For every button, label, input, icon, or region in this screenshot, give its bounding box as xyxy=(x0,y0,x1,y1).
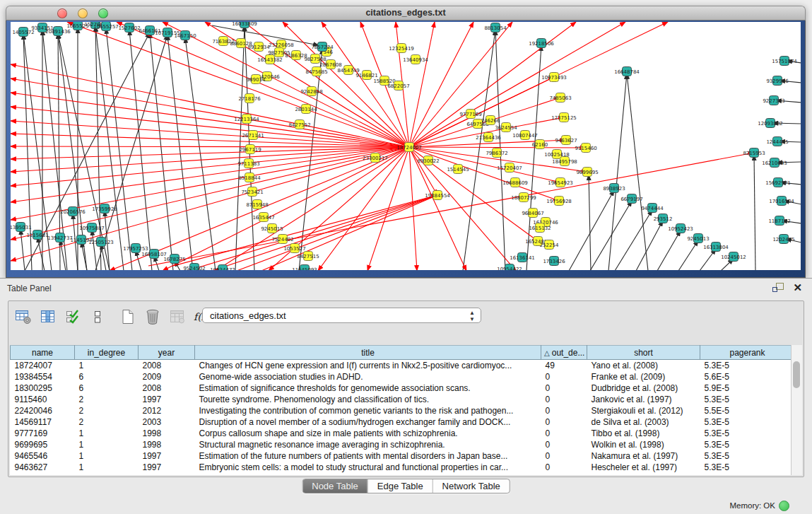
graph-node[interactable]: 16313804 xyxy=(703,243,729,252)
graph-node[interactable]: 9245015 xyxy=(261,224,283,233)
graph-node[interactable]: 10807447 xyxy=(512,131,538,140)
graph-node[interactable]: 9474444 xyxy=(641,204,664,213)
column-header-in_degree[interactable]: in_degree xyxy=(75,346,139,360)
table-row[interactable]: 946554611997Estimation of the future num… xyxy=(11,450,794,462)
column-header-pagerank[interactable]: pagerank xyxy=(700,346,794,360)
graph-node[interactable]: 16210643 xyxy=(762,158,787,168)
graph-node[interactable]: 9329966 xyxy=(766,76,789,86)
graph-node[interactable]: 11645093 xyxy=(292,265,317,271)
graph-node[interactable]: 12375125 xyxy=(551,113,577,122)
graph-node[interactable]: 16136141 xyxy=(510,253,535,262)
svg-text:6679197: 6679197 xyxy=(620,197,642,202)
graph-node[interactable]: 9711383 xyxy=(237,159,259,168)
graph-node[interactable]: 9115460 xyxy=(575,144,596,153)
graph-node[interactable]: 9684067 xyxy=(522,209,543,218)
graph-node[interactable]: 1187122 xyxy=(768,216,790,226)
graph-node[interactable]: 15692971 xyxy=(765,178,791,187)
graph-node[interactable]: 1395031 xyxy=(11,223,32,232)
table-row[interactable]: 2242004622012Investigating the contribut… xyxy=(11,405,794,416)
graph-node[interactable]: 10688609 xyxy=(502,178,528,187)
graph-node[interactable]: 16648784 xyxy=(614,67,640,76)
graph-node[interactable]: 8518844 xyxy=(238,173,261,182)
graph-node[interactable]: 17016504 xyxy=(769,197,794,206)
graph-node[interactable]: 13640934 xyxy=(403,55,428,64)
graph-node[interactable]: 15751074 xyxy=(772,57,797,66)
graph-node[interactable]: 9227343 xyxy=(763,96,784,105)
tab-network-table[interactable]: Network Table xyxy=(433,479,510,493)
graph-edge xyxy=(569,190,614,270)
column-checks-button[interactable] xyxy=(64,308,82,326)
graph-node[interactable]: 293512 xyxy=(654,214,673,223)
table-vertical-scrollbar[interactable] xyxy=(791,345,802,475)
graph-edge xyxy=(92,230,97,270)
graph-node[interactable]: 10245012 xyxy=(721,252,746,262)
graph-node[interactable]: 8813054 xyxy=(484,23,507,33)
svg-text:9777169: 9777169 xyxy=(459,112,481,117)
select-columns-button[interactable] xyxy=(39,308,57,326)
table-settings-button[interactable] xyxy=(14,308,33,326)
table-row[interactable]: 1938455462009Genome-wide association stu… xyxy=(11,371,794,382)
graph-node[interactable]: 1053527 xyxy=(283,244,305,253)
graph-node[interactable]: 9245013 xyxy=(687,234,709,243)
graph-node[interactable]: 8427552 xyxy=(288,120,310,129)
graph-node[interactable]: 9777169 xyxy=(459,110,481,119)
graph-node[interactable]: 1202455 xyxy=(772,235,794,244)
graph-node[interactable]: 12093832 xyxy=(758,119,783,128)
graph-node[interactable]: 16033809 xyxy=(232,22,257,28)
graph-node[interactable]: 1635447 xyxy=(252,213,274,222)
table-row[interactable]: 969969511998Structural magnetic resonanc… xyxy=(11,439,794,450)
close-panel-icon[interactable]: ✕ xyxy=(793,281,802,294)
row-toggle-button[interactable] xyxy=(88,308,107,326)
table-row[interactable]: 1872400712008Changes of HCN gene express… xyxy=(11,360,794,372)
network-selector-dropdown[interactable]: citations_edges.txt ▲▼ xyxy=(202,308,481,323)
graph-node[interactable]: 10655257 xyxy=(93,22,119,31)
graph-node[interactable]: 9524502 xyxy=(183,264,205,271)
column-header-name[interactable]: name xyxy=(11,346,75,360)
column-header-out_de[interactable]: △out_de... xyxy=(541,346,587,360)
graph-node[interactable]: 8715948 xyxy=(246,200,268,209)
graph-node[interactable]: 8215953 xyxy=(743,148,765,158)
table-row[interactable]: 1456911722003Disruption of a novel membe… xyxy=(11,416,794,428)
graph-node[interactable]: 1514545 xyxy=(447,165,469,174)
column-header-title[interactable]: title xyxy=(195,346,541,360)
new-table-button[interactable] xyxy=(119,308,137,326)
graph-node[interactable]: 20206576 xyxy=(60,207,86,216)
svg-text:3624554: 3624554 xyxy=(495,125,517,131)
column-header-year[interactable]: year xyxy=(139,346,195,360)
table-row[interactable]: 911546021997Tourette syndrome. Phenomeno… xyxy=(11,394,794,405)
graph-node[interactable]: 8938923 xyxy=(603,184,625,193)
graph-node[interactable]: 13942737 xyxy=(47,233,73,243)
graph-node[interactable]: 7523421 xyxy=(241,187,263,197)
graph-node[interactable]: 12325419 xyxy=(389,44,414,53)
window-titlebar[interactable]: citations_edges.txt xyxy=(6,6,806,21)
graph-node[interactable]: 19654923 xyxy=(548,178,573,187)
graph-node[interactable]: 7485063 xyxy=(549,93,571,103)
graph-node[interactable]: 9463627 xyxy=(555,136,577,145)
graph-node[interactable]: 1733426 xyxy=(543,257,565,266)
graph-node[interactable]: 10952423 xyxy=(668,224,693,233)
network-canvas[interactable]: 1872400723300217893002215145457163822886… xyxy=(11,22,801,270)
graph-node[interactable]: 10973493 xyxy=(541,73,567,82)
graph-node[interactable]: 1678275 xyxy=(163,255,185,264)
table-row[interactable]: 977716911998Corpus callosum shape and si… xyxy=(11,428,794,439)
scrollbar-thumb[interactable] xyxy=(793,361,800,388)
graph-node[interactable]: 8475685 xyxy=(305,67,327,76)
graph-node[interactable]: 6679197 xyxy=(620,194,642,204)
graph-node[interactable]: 1244415 xyxy=(766,137,788,146)
graph-node[interactable]: 19218506 xyxy=(529,39,554,48)
graph-node[interactable]: 3624554 xyxy=(495,123,517,132)
table-row[interactable]: 946362711997Embryonic stem cells: a mode… xyxy=(11,462,794,473)
tab-node-table[interactable]: Node Table xyxy=(302,479,368,493)
delete-table-button[interactable] xyxy=(143,308,162,326)
float-window-button[interactable] xyxy=(772,283,784,293)
table-row[interactable]: 1830029562008Estimation of significance … xyxy=(11,382,794,394)
delete-column-disabled-button xyxy=(168,308,187,326)
graph-node[interactable]: 10934472 xyxy=(210,265,235,271)
column-header-short[interactable]: short xyxy=(587,346,700,360)
graph-node[interactable]: 7986372 xyxy=(486,148,507,158)
graph-node[interactable]: 9699695 xyxy=(576,168,598,177)
graph-node[interactable]: 10954422 xyxy=(497,264,522,271)
graph-node[interactable]: 9242848 xyxy=(300,87,322,96)
graph-node[interactable]: 8930022 xyxy=(417,156,439,165)
tab-edge-table[interactable]: Edge Table xyxy=(368,479,433,493)
